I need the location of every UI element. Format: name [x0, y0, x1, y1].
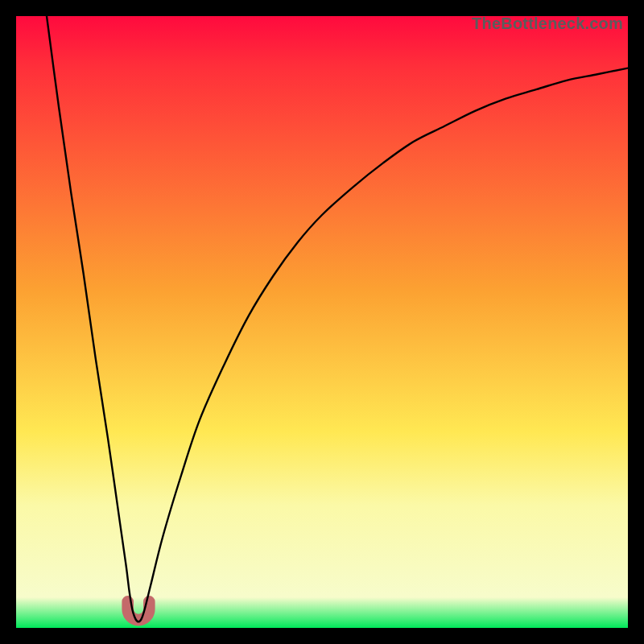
watermark-text: TheBottleneck.com	[472, 14, 623, 33]
gradient-background	[16, 16, 628, 628]
bottleneck-chart	[16, 16, 628, 628]
chart-frame: TheBottleneck.com	[16, 16, 628, 628]
